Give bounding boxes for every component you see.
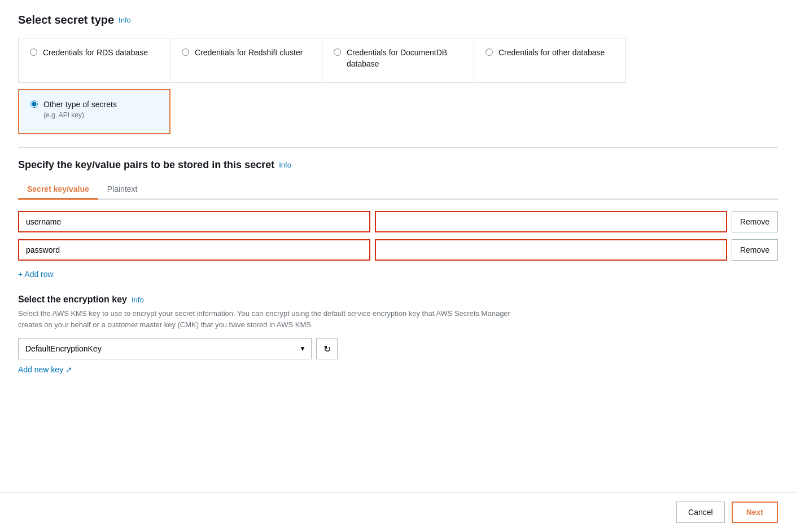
page-title: Select secret type bbox=[18, 14, 114, 27]
radio-documentdb[interactable] bbox=[334, 49, 341, 56]
kv-row-password: Remove bbox=[18, 239, 778, 261]
page-info-link[interactable]: Info bbox=[119, 16, 131, 24]
radio-card-other-db[interactable]: Credentials for other database bbox=[474, 38, 626, 83]
remove-button-1[interactable]: Remove bbox=[732, 211, 778, 232]
section-divider bbox=[18, 147, 778, 148]
external-link-icon: ↗ bbox=[65, 365, 72, 374]
radio-label-other-type: Other type of secrets (e.g. API key) bbox=[43, 99, 117, 120]
add-new-key-link[interactable]: Add new key ↗ bbox=[18, 365, 778, 374]
cancel-button[interactable]: Cancel bbox=[676, 502, 725, 523]
radio-label-documentdb: Credentials for DocumentDB database bbox=[347, 47, 462, 69]
kv-rows-container: Remove Remove + Add row bbox=[18, 211, 778, 279]
refresh-encryption-key-button[interactable]: ↻ bbox=[316, 338, 338, 359]
kv-row-username: Remove bbox=[18, 211, 778, 232]
radio-label-redshift: Credentials for Redshift cluster bbox=[195, 47, 303, 59]
section-title: Select secret type Info bbox=[18, 14, 778, 27]
page-container: Select secret type Info Credentials for … bbox=[0, 0, 796, 532]
encryption-key-select[interactable]: DefaultEncryptionKey bbox=[18, 338, 312, 359]
add-row-link[interactable]: + Add row bbox=[18, 270, 54, 279]
encryption-section: Select the encryption key Info Select th… bbox=[18, 294, 778, 374]
remove-button-2[interactable]: Remove bbox=[732, 239, 778, 261]
radio-card-documentdb[interactable]: Credentials for DocumentDB database bbox=[322, 38, 474, 83]
kv-key-input-1[interactable] bbox=[18, 211, 370, 232]
radio-label-other-db: Credentials for other database bbox=[498, 47, 605, 59]
radio-other-db[interactable] bbox=[486, 49, 493, 56]
encryption-info-link[interactable]: Info bbox=[132, 296, 144, 304]
radio-card-rds[interactable]: Credentials for RDS database bbox=[18, 38, 170, 83]
footer: Cancel Next bbox=[0, 492, 796, 532]
kv-value-input-2[interactable] bbox=[375, 239, 727, 261]
radio-rds[interactable] bbox=[30, 49, 37, 56]
next-button[interactable]: Next bbox=[732, 502, 778, 523]
radio-card-redshift[interactable]: Credentials for Redshift cluster bbox=[170, 38, 322, 83]
main-content: Select secret type Info Credentials for … bbox=[0, 0, 796, 492]
kv-key-input-2[interactable] bbox=[18, 239, 370, 261]
encryption-description: Select the AWS KMS key to use to encrypt… bbox=[18, 308, 526, 330]
encryption-key-select-wrapper: DefaultEncryptionKey ▼ bbox=[18, 338, 312, 359]
secret-type-options-row2: Other type of secrets (e.g. API key) bbox=[18, 89, 778, 134]
tab-secret-kv[interactable]: Secret key/value bbox=[18, 180, 98, 200]
refresh-icon: ↻ bbox=[323, 344, 331, 354]
radio-redshift[interactable] bbox=[182, 49, 189, 56]
tab-plaintext[interactable]: Plaintext bbox=[98, 180, 147, 200]
secret-type-options-row1: Credentials for RDS database Credentials… bbox=[18, 38, 778, 82]
kv-info-link[interactable]: Info bbox=[279, 161, 291, 169]
radio-card-other-type[interactable]: Other type of secrets (e.g. API key) bbox=[18, 89, 170, 134]
radio-other-type[interactable] bbox=[30, 100, 38, 108]
kv-tabs: Secret key/value Plaintext bbox=[18, 180, 778, 200]
encryption-title: Select the encryption key Info bbox=[18, 294, 778, 305]
encryption-controls: DefaultEncryptionKey ▼ ↻ bbox=[18, 338, 778, 359]
kv-value-input-1[interactable] bbox=[375, 211, 727, 232]
radio-label-rds: Credentials for RDS database bbox=[43, 47, 148, 59]
kv-section-title: Specify the key/value pairs to be stored… bbox=[18, 159, 778, 171]
